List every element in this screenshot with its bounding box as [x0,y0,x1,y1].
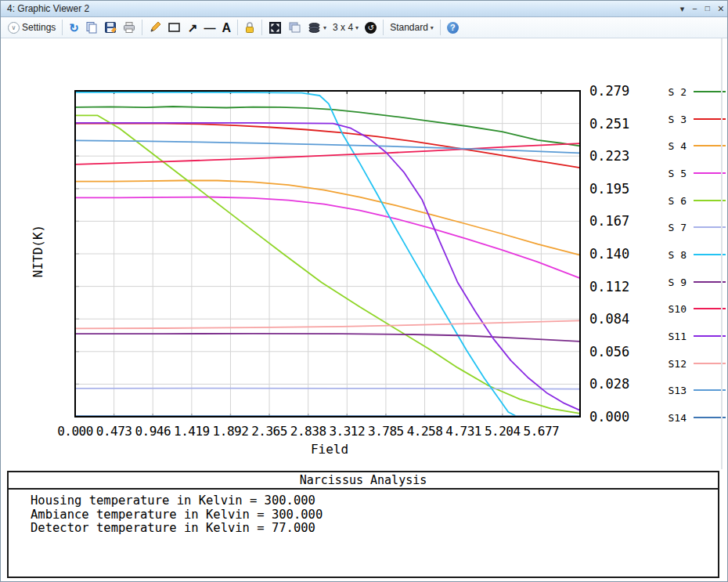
save-icon [104,21,117,34]
x-tick-label: 4.731 [444,424,483,439]
chart-area: NITD(K) Field 0.2790.2510.2230.1950.1670… [1,38,728,469]
separator [237,20,238,35]
legend-label: S10 [655,303,687,315]
print-icon [123,21,135,34]
arrow-icon: ↗ [188,22,198,34]
series-line-s11 [75,123,580,410]
series-line-s4 [75,181,580,255]
fit-window-button[interactable] [265,20,285,35]
y-tick-label: 0.251 [589,116,635,132]
window-title: 4: Graphic Viewer 2 [7,3,89,14]
grid-layout-dropdown[interactable]: 3 x 4 ▾ [330,20,362,35]
legend-label: S14 [655,412,687,424]
y-tick-label: 0.112 [589,279,635,295]
arrow-tool-button[interactable]: ↗ [185,20,201,35]
series-line-s2 [75,107,580,146]
x-tick-label: 5.677 [521,424,560,439]
minimize-button[interactable]: − [692,1,697,16]
legend-item-s4: S 4 [655,140,727,151]
stack-icon [308,22,321,34]
preset-dropdown[interactable]: Standard ▾ [387,20,437,35]
legend-label: S11 [655,331,687,342]
legend-label: S13 [655,385,687,396]
panel-text-line: Housing temperature in Kelvin = 300.000 [31,494,718,508]
panel-body: Housing temperature in Kelvin = 300.000A… [9,490,718,536]
settings-chevron-icon: ∨ [8,22,20,34]
x-tick-label: 0.946 [133,424,172,439]
legend-item-s10: S10 [655,303,727,314]
legend-label: S 7 [655,222,687,233]
narcissus-analysis-panel: Narcissus Analysis Housing temperature i… [7,471,719,578]
separator [261,20,262,35]
series-line-s6 [75,115,580,414]
legend-item-s11: S11 [655,331,727,342]
x-tick-label: 3.312 [327,424,366,439]
rectangle-icon [168,21,182,34]
series-line-s10 [75,143,580,164]
y-tick-label: 0.084 [589,311,635,327]
legend-item-s12: S12 [655,358,727,369]
cascade-windows-icon [288,21,301,34]
legend-item-s14: S14 [655,412,727,423]
help-button[interactable]: ? [444,20,462,35]
x-tick-label: 1.892 [211,424,250,439]
y-tick-label: 0.140 [589,246,635,262]
y-tick-label: 0.195 [589,181,635,197]
x-tick-label: 3.785 [366,424,405,439]
help-icon: ? [447,22,459,34]
pencil-tool-button[interactable] [146,20,164,35]
legend-label: S12 [655,358,687,370]
settings-label: Settings [22,22,56,33]
text-tool-button[interactable]: A [219,20,235,35]
y-tick-label: 0.056 [589,344,635,360]
series-line-s9 [75,334,580,342]
x-tick-label: 0.000 [56,424,95,439]
x-tick-label: 0.473 [95,424,134,439]
close-button[interactable]: × [718,1,724,16]
x-tick-label: 5.204 [483,424,522,439]
settings-button[interactable]: ∨ Settings [5,20,59,35]
save-button[interactable] [101,20,120,35]
maximize-button[interactable]: □ [705,1,710,16]
legend-item-s3: S 3 [655,114,727,125]
separator [440,20,441,35]
series-line-s12 [75,320,580,328]
x-tick-label: 1.419 [172,424,211,439]
reset-rotate-icon: ↺ [365,22,377,34]
panel-text-line: Detector temperature in Kelvin = 77.000 [31,522,718,536]
legend-label: S 8 [655,249,687,261]
fit-window-icon [268,21,282,34]
preset-label: Standard [390,22,428,33]
x-axis-title: Field [212,442,447,457]
y-tick-label: 0.000 [589,409,635,425]
series-line-s7 [75,389,580,389]
copy-icon [85,21,98,34]
refresh-button[interactable]: ↻ [66,20,82,35]
grid-layout-label: 3 x 4 [333,22,353,33]
legend-item-s9: S 9 [655,277,727,287]
separator [142,20,142,35]
cascade-windows-button[interactable] [285,20,305,35]
legend-item-s5: S 5 [655,168,727,179]
series-line-s3 [75,124,580,168]
y-axis-title: NITD(K) [31,204,45,298]
lock-icon [244,21,255,34]
series-line-s5 [75,197,580,279]
layout-stack-button[interactable]: ▾ [305,20,330,35]
print-button[interactable] [120,20,139,35]
window-menu-icon[interactable]: ▾ [680,1,685,16]
y-tick-label: 0.223 [589,148,635,164]
reset-view-button[interactable]: ↺ [362,20,380,35]
pencil-icon [149,21,161,34]
legend-label: S 6 [655,195,687,207]
line-icon: — [204,22,216,34]
graphic-viewer-window: 4: Graphic Viewer 2 ▾ − □ × ∨ Settings ↻ [0,0,728,582]
lock-button[interactable] [241,20,258,35]
chevron-down-icon: ▾ [355,24,359,31]
separator [383,20,384,35]
line-tool-button[interactable]: — [201,20,219,35]
copy-button[interactable] [82,20,101,35]
rectangle-tool-button[interactable] [164,20,185,35]
x-tick-label: 4.258 [405,424,445,439]
x-tick-label: 2.838 [289,424,328,439]
